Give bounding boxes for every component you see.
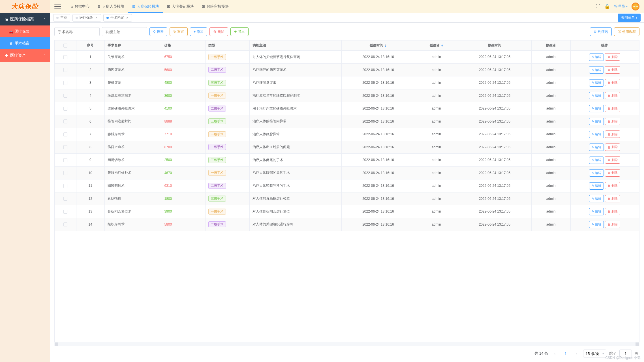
- tab-label: 主页: [60, 15, 67, 20]
- edit-button[interactable]: ✎编辑: [589, 131, 604, 138]
- cell-price: 4670: [161, 166, 206, 179]
- row-checkbox[interactable]: [63, 222, 67, 226]
- row-checkbox[interactable]: [63, 107, 67, 111]
- row-delete-button[interactable]: 🗑删除: [605, 53, 620, 61]
- row-delete-button[interactable]: 🗑删除: [605, 105, 620, 112]
- sidebar-item-surgery-archive[interactable]: ♛ 手术档案: [0, 37, 50, 49]
- edit-icon: ✎: [592, 171, 594, 175]
- horizontal-scrollbar[interactable]: [54, 342, 639, 346]
- row-checkbox[interactable]: [63, 171, 67, 175]
- edit-button[interactable]: ✎编辑: [589, 221, 604, 228]
- row-delete-button[interactable]: 🗑删除: [605, 169, 620, 177]
- header-creator[interactable]: 创建者▲▼: [415, 40, 458, 51]
- row-delete-button[interactable]: 🗑删除: [605, 143, 620, 151]
- row-checkbox[interactable]: [63, 145, 67, 149]
- row-delete-button[interactable]: 🗑删除: [605, 156, 620, 164]
- edit-button[interactable]: ✎编辑: [589, 182, 604, 190]
- delete-button[interactable]: 🗑删除: [209, 27, 228, 36]
- add-button[interactable]: +添加: [190, 27, 207, 36]
- header-ctime[interactable]: 创建时间▲▼: [341, 40, 415, 51]
- nav-item[interactable]: ⊞大病保险模块: [128, 0, 163, 13]
- prev-page-button[interactable]: ‹: [551, 350, 559, 357]
- tab-dot-icon: [56, 17, 59, 19]
- search-name-input[interactable]: [54, 27, 100, 36]
- menu-group-insurance-archive[interactable]: ▣医药保险档案 ˄: [0, 13, 50, 25]
- tab-close-button[interactable]: ×: [95, 16, 98, 20]
- reset-button[interactable]: ↻重置: [170, 27, 188, 36]
- scroll-left-button[interactable]: [55, 342, 58, 346]
- search-button[interactable]: ⚲搜索: [149, 27, 167, 36]
- row-delete-button[interactable]: 🗑删除: [605, 79, 620, 86]
- row-checkbox[interactable]: [63, 119, 67, 123]
- export-button[interactable]: ✈导出: [230, 27, 249, 36]
- tab[interactable]: 医疗保险×: [72, 14, 101, 22]
- edit-button[interactable]: ✎编辑: [589, 92, 604, 99]
- cell-mtime: 2022-06-24 13:17:05: [458, 141, 531, 154]
- edit-button[interactable]: ✎编辑: [589, 105, 604, 112]
- page-number-button[interactable]: 1: [562, 350, 570, 357]
- row-checkbox[interactable]: [63, 132, 67, 136]
- row-delete-button[interactable]: 🗑删除: [605, 195, 620, 202]
- nav-item[interactable]: ⌂数据中心: [67, 0, 93, 13]
- sidebar-item-medical-insurance[interactable]: 🚗 医疗保险: [0, 25, 50, 37]
- edit-button[interactable]: ✎编辑: [589, 143, 604, 151]
- page-size-select[interactable]: 15 条/页: [583, 350, 606, 357]
- row-delete-button[interactable]: 🗑删除: [605, 66, 620, 74]
- row-checkbox[interactable]: [63, 55, 67, 59]
- menu-toggle-button[interactable]: [54, 3, 61, 10]
- row-checkbox[interactable]: [63, 158, 67, 162]
- edit-button[interactable]: ✎编辑: [589, 118, 604, 125]
- type-tag: 二级手术: [208, 67, 226, 73]
- tab[interactable]: 主页: [53, 14, 70, 22]
- logo: 大病保险: [0, 0, 50, 13]
- cell-ctime: 2022-06-24 13:16:16: [341, 218, 415, 231]
- nav-item[interactable]: ⊞大病人员模块: [93, 0, 128, 13]
- edit-button[interactable]: ✎编辑: [589, 66, 604, 74]
- row-delete-button[interactable]: 🗑删除: [605, 208, 620, 215]
- cell-modifier: admin: [531, 141, 570, 154]
- row-delete-button[interactable]: 🗑删除: [605, 221, 620, 228]
- edit-button[interactable]: ✎编辑: [589, 195, 604, 202]
- row-delete-button[interactable]: 🗑删除: [605, 118, 620, 125]
- nav-item[interactable]: ⊞大病登记模块: [163, 0, 198, 13]
- tab[interactable]: 手术档案×: [103, 14, 132, 22]
- row-delete-button[interactable]: 🗑删除: [605, 92, 620, 99]
- select-all-checkbox[interactable]: [63, 44, 67, 48]
- scroll-right-button[interactable]: [636, 342, 639, 346]
- table-row: 4经皮腹腔穿刺术3600一级手术治疗皮肤异常的经皮腹腔穿刺术2022-06-24…: [55, 89, 639, 102]
- lock-icon[interactable]: 🔒: [604, 4, 610, 9]
- close-menu-button[interactable]: 关闭菜单 ▾: [618, 14, 641, 22]
- row-delete-button[interactable]: 🗑删除: [605, 130, 620, 138]
- row-checkbox[interactable]: [63, 210, 67, 214]
- cell-name: 连续硬膜外阻滞术: [104, 102, 161, 115]
- edit-button[interactable]: ✎编辑: [589, 169, 604, 177]
- row-checkbox[interactable]: [63, 94, 67, 98]
- column-filter-button[interactable]: ⚙列筛选: [590, 27, 612, 36]
- edit-button[interactable]: ✎编辑: [589, 53, 604, 61]
- admin-dropdown[interactable]: 管理员 ▾: [614, 4, 628, 9]
- tab-close-button[interactable]: ×: [126, 16, 129, 20]
- pagination: 共 14 条 ‹ 1 › 15 条/页 跳至 页: [54, 346, 639, 357]
- edit-icon: ✎: [592, 55, 594, 59]
- tutorial-button[interactable]: ⓘ使用教程: [614, 27, 639, 36]
- header-func: 功能主治: [249, 40, 341, 51]
- row-checkbox[interactable]: [63, 81, 67, 85]
- fullscreen-icon[interactable]: ⛶: [596, 4, 600, 9]
- row-checkbox[interactable]: [63, 184, 67, 188]
- avatar[interactable]: JAVA: [632, 3, 639, 10]
- search-func-input[interactable]: [102, 27, 147, 36]
- cell-price: 3900: [161, 205, 206, 218]
- sidebar: 大病保险 ▣医药保险档案 ˄ 🚗 医疗保险 ♛ 手术档案 ✚医疗资产 ˅: [0, 0, 50, 362]
- edit-button[interactable]: ✎编辑: [589, 208, 604, 215]
- row-checkbox[interactable]: [63, 68, 67, 72]
- cell-mtime: 2022-06-24 13:17:05: [458, 166, 531, 179]
- refresh-icon: ↻: [173, 30, 176, 34]
- menu-group-medical-assets[interactable]: ✚医疗资产 ˅: [0, 49, 50, 62]
- edit-button[interactable]: ✎编辑: [589, 157, 604, 164]
- edit-button[interactable]: ✎编辑: [589, 79, 604, 87]
- row-checkbox[interactable]: [63, 197, 67, 201]
- next-page-button[interactable]: ›: [572, 350, 580, 357]
- cell-type: 三级手术: [206, 192, 250, 205]
- row-delete-button[interactable]: 🗑删除: [605, 182, 620, 189]
- nav-item[interactable]: ⊞保险审核模块: [198, 0, 233, 13]
